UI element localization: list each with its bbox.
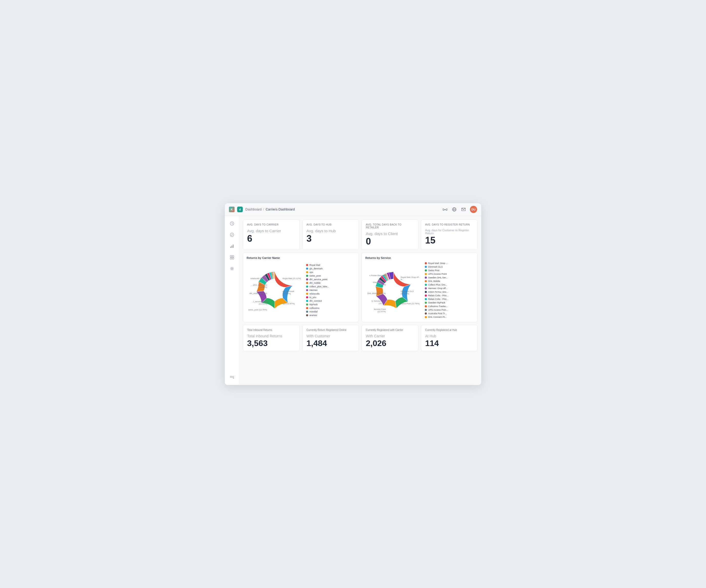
service-chart-inner: > Printer Required (2%) inter Required (… xyxy=(365,262,474,318)
service-legend-item-11: Sweden MyPack xyxy=(425,302,458,304)
service-legend-label-12: Colissimo Tracke... xyxy=(428,305,447,308)
legend-label-6: collect_plus_labe... xyxy=(309,285,329,288)
carrier-chart-inner: relaiscolls (3.41%) …plus_label_less (4.… xyxy=(247,262,355,318)
service-legend-dot-1 xyxy=(425,266,427,268)
legend-label-1: gls_denmark xyxy=(309,267,323,270)
service-legend-label-15: DHL Connect Pt... xyxy=(428,316,446,318)
charts-row: Returns by Carrier Name relaiscolls (3.4… xyxy=(243,252,478,322)
service-legend-label-2: Swiss Post xyxy=(428,269,439,272)
service-legend: Royal Mail: Drop ... Denmark GLS Swiss P… xyxy=(425,262,458,318)
carrier-label-left-2: …plus_label_less (4.44%) xyxy=(247,284,267,288)
service-legend-label-5: DHL Mobile xyxy=(428,280,440,282)
glasses-icon[interactable] xyxy=(442,207,448,212)
main-content: Avg. days to Carrier Avg. days to Carrie… xyxy=(239,216,481,385)
carrier-donut-wrap: relaiscolls (3.41%) …plus_label_less (4.… xyxy=(247,270,303,311)
service-legend-item-7: Hermes: Drop off... xyxy=(425,287,458,290)
service-legend-item-10: Relais Colis - Prin... xyxy=(425,298,458,301)
service-legend-dot-12 xyxy=(425,305,427,307)
stat-value-0: 3,563 xyxy=(247,339,295,347)
service-legend-label-13: UPS Access Poin... xyxy=(428,309,448,311)
service-legend-label-11: Sweden MyPack xyxy=(428,302,445,304)
legend-label-8: relaiscolls xyxy=(309,292,320,295)
legend-label-13: mondial xyxy=(309,310,318,313)
breadcrumb-parent[interactable]: Dashboard xyxy=(245,207,262,211)
service-legend-item-13: UPS Access Poin... xyxy=(425,309,458,311)
svg-rect-15 xyxy=(232,256,234,257)
svg-rect-1 xyxy=(446,209,447,210)
service-label-left-3: DHL Mobile (9.13%) xyxy=(365,292,386,295)
stat-card-1: Currently Return Registered Online With … xyxy=(302,325,359,351)
metric-value-2: 0 xyxy=(366,237,414,246)
legend-label-5: dhl_mobile xyxy=(309,282,321,284)
stat-card-title-2: Currently Registered with Carrier xyxy=(366,328,414,331)
service-label-left-4: IL Service Point (11.1%) xyxy=(365,300,386,305)
service-legend-dot-15 xyxy=(425,316,427,318)
sidebar-item-clock[interactable] xyxy=(227,219,237,228)
service-legend-dot-4 xyxy=(425,277,427,279)
service-legend-item-6: Collect Plus: Dro... xyxy=(425,283,458,286)
service-legend-dot-3 xyxy=(425,273,427,275)
stat-label-2: With Carrier xyxy=(366,334,414,338)
stat-card-0: Total Inbound Returns Total Inbound Retu… xyxy=(243,325,300,351)
stat-value-2: 2,026 xyxy=(366,339,414,347)
sidebar-item-expand[interactable] xyxy=(227,373,237,382)
legend-dot-10 xyxy=(306,300,308,302)
legend-dot-14 xyxy=(306,314,308,316)
sidebar-item-chart[interactable] xyxy=(227,241,237,251)
service-legend-item-4: Sweden DHL Ser... xyxy=(425,276,458,279)
stat-card-2: Currently Registered with Carrier With C… xyxy=(361,325,418,351)
service-chart-title: Returns by Service xyxy=(365,256,474,260)
sidebar-item-grid[interactable] xyxy=(227,253,237,262)
service-legend-item-15: DHL Connect Pt... xyxy=(425,316,458,318)
legend-dot-0 xyxy=(306,264,308,266)
legend-dot-4 xyxy=(306,278,308,280)
legend-dot-12 xyxy=(306,307,308,309)
legend-label-14: aramex xyxy=(309,314,317,317)
legend-label-4: dhl_service_point xyxy=(309,278,327,281)
legend-item-13: mondial xyxy=(306,310,340,313)
svg-rect-17 xyxy=(232,258,234,259)
metric-card-3: Ave. days to register return Avg. days f… xyxy=(421,220,478,250)
stat-label-3: At Hub xyxy=(425,334,473,338)
legend-item-11: MyPack xyxy=(306,303,340,306)
stats-row: Total Inbound Returns Total Inbound Retu… xyxy=(243,325,478,351)
stat-label-0: Total Inbound Returns xyxy=(247,334,295,338)
carrier-label-right-2: gls_denmark (16.68%) xyxy=(282,290,303,295)
legend-item-5: dhl_mobile xyxy=(306,282,340,284)
metric-card-0: Avg. days to Carrier Avg. days to Carrie… xyxy=(243,220,300,250)
breadcrumb: Dashboard / Carriers Dashboard xyxy=(245,207,295,211)
sidebar-item-check[interactable] xyxy=(227,230,237,239)
service-legend-item-1: Denmark GLS xyxy=(425,266,458,268)
service-legend-label-10: Relais Colis - Prin... xyxy=(428,298,448,301)
stat-label-1: With Customer xyxy=(307,334,355,338)
service-legend-item-14: Australia Post Tr... xyxy=(425,312,458,315)
legend-item-9: to_you xyxy=(306,296,340,299)
legend-dot-2 xyxy=(306,271,308,273)
metric-value-3: 15 xyxy=(425,236,473,245)
legend-item-1: gls_denmark xyxy=(306,267,340,270)
service-legend-label-7: Hermes: Drop off... xyxy=(428,287,447,290)
service-legend-dot-0 xyxy=(425,262,427,264)
main-layout: Avg. days to Carrier Avg. days to Carrie… xyxy=(225,216,481,385)
mail-icon[interactable] xyxy=(461,207,466,212)
legend-label-0: Royal Mail xyxy=(309,264,320,266)
legend-label-9: to_you xyxy=(309,296,316,299)
service-label-left-1: > Printer Required (2%) xyxy=(365,274,386,279)
globe-icon[interactable] xyxy=(452,207,457,212)
service-legend-label-4: Sweden DHL Ser... xyxy=(428,276,447,279)
breadcrumb-separator: / xyxy=(263,207,264,211)
legend-dot-7 xyxy=(306,289,308,291)
metric-card-title-0: Avg. days to Carrier xyxy=(247,223,295,226)
sidebar-item-settings[interactable] xyxy=(227,264,237,273)
user-avatar[interactable]: DU xyxy=(470,206,477,213)
legend-item-14: aramex xyxy=(306,314,340,317)
stat-card-title-0: Total Inbound Returns xyxy=(247,328,295,331)
service-legend-item-9: Relais Colis - Prin... xyxy=(425,294,458,297)
legend-dot-11 xyxy=(306,304,308,306)
legend-label-3: swiss_post xyxy=(309,275,321,277)
metric-value-1: 3 xyxy=(307,234,355,243)
service-legend-item-2: Swiss Post xyxy=(425,269,458,272)
legend-label-2: ups xyxy=(309,271,313,274)
service-legend-dot-14 xyxy=(425,312,427,314)
service-legend-dot-6 xyxy=(425,284,427,286)
